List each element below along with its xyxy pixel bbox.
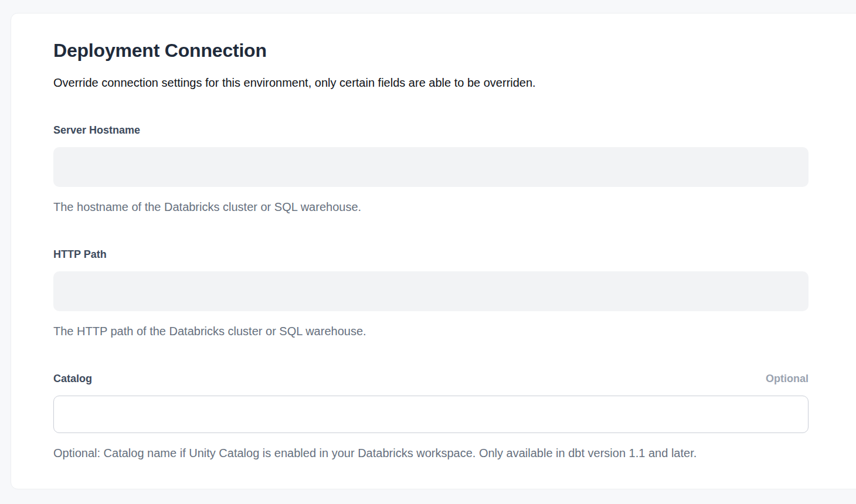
catalog-optional-badge: Optional — [766, 372, 809, 385]
catalog-label: Catalog — [53, 372, 92, 385]
server-hostname-label: Server Hostname — [53, 124, 140, 137]
http-path-input — [53, 271, 809, 311]
http-path-help: The HTTP path of the Databricks cluster … — [53, 324, 809, 338]
page-title: Deployment Connection — [53, 40, 809, 60]
deployment-connection-card: Deployment Connection Override connectio… — [11, 13, 856, 489]
server-hostname-input — [53, 147, 809, 187]
field-head: Catalog Optional — [53, 372, 809, 385]
field-head: HTTP Path — [53, 248, 809, 261]
field-http-path: HTTP Path The HTTP path of the Databrick… — [53, 248, 809, 338]
field-server-hostname: Server Hostname The hostname of the Data… — [53, 124, 809, 214]
card-content: Deployment Connection Override connectio… — [11, 13, 809, 460]
page-subtitle: Override connection settings for this en… — [53, 76, 809, 90]
settings-page: Deployment Connection Override connectio… — [0, 0, 856, 504]
catalog-input[interactable] — [53, 396, 809, 433]
server-hostname-help: The hostname of the Databricks cluster o… — [53, 200, 809, 214]
http-path-label: HTTP Path — [53, 248, 107, 261]
field-head: Server Hostname — [53, 124, 809, 137]
field-catalog: Catalog Optional Optional: Catalog name … — [53, 372, 809, 460]
catalog-help: Optional: Catalog name if Unity Catalog … — [53, 446, 809, 460]
